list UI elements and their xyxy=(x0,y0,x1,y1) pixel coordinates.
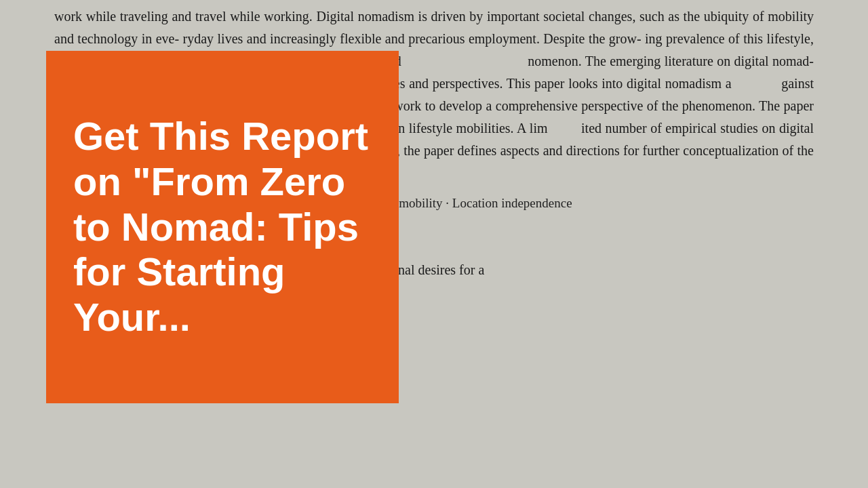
orange-overlay: Get This Report on "From Zero to Nomad: … xyxy=(46,51,399,403)
page-content: work while traveling and travel while wo… xyxy=(0,0,868,488)
overlay-title: Get This Report on "From Zero to Nomad: … xyxy=(73,114,372,340)
